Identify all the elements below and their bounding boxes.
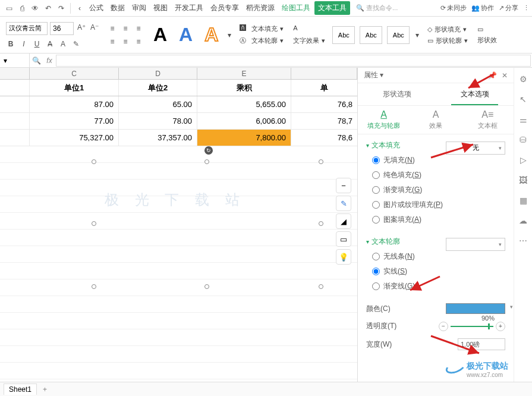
section-title-outline[interactable]: 文本轮廓: [366, 237, 400, 247]
undo-icon[interactable]: ↶: [43, 3, 53, 14]
more-icon[interactable]: ⋮: [523, 4, 530, 12]
radio-picture-fill[interactable]: 图片或纹理填充(P): [372, 200, 505, 210]
add-sheet-icon[interactable]: +: [39, 385, 51, 394]
fx-icon[interactable]: fx: [43, 56, 56, 65]
radio-solid-line[interactable]: 实线(S): [372, 266, 505, 276]
sync-status[interactable]: ⟳ 未同步: [440, 4, 467, 12]
cell[interactable]: 78,6: [291, 130, 357, 146]
col-c[interactable]: C: [30, 68, 119, 79]
cell[interactable]: 78,7: [291, 113, 357, 129]
wordart-more-icon[interactable]: ▾: [224, 30, 235, 40]
preview-icon[interactable]: 👁: [30, 3, 40, 14]
subtab-fill-outline[interactable]: A 填充与轮廓: [358, 106, 410, 134]
bold-button[interactable]: B: [6, 40, 15, 48]
radio-pattern-fill[interactable]: 图案填充(A): [372, 215, 505, 225]
spreadsheet-grid[interactable]: C D E 单位1 单位2 乘积 单 87.00 65.00 5,655.00 …: [0, 68, 358, 382]
resize-handle[interactable]: [319, 284, 323, 289]
col-blank[interactable]: [0, 68, 30, 79]
font-size-select[interactable]: 36: [50, 22, 74, 35]
side-image-icon[interactable]: 🖼: [518, 175, 528, 186]
col-e[interactable]: E: [197, 68, 291, 79]
menu-drawtools[interactable]: 绘图工具: [279, 1, 313, 15]
align-center-icon[interactable]: ≡: [120, 36, 131, 47]
col-d[interactable]: D: [119, 68, 197, 79]
cell[interactable]: 65.00: [119, 96, 197, 112]
opacity-slider[interactable]: − 90% +: [439, 322, 505, 331]
menu-texttools[interactable]: 文本工具: [314, 1, 350, 15]
align-top-icon[interactable]: ≡: [107, 23, 118, 34]
side-sliders-icon[interactable]: ⚌: [518, 114, 528, 125]
bulb-tool-icon[interactable]: 💡: [336, 249, 351, 265]
menu-devtools[interactable]: 开发工具: [172, 1, 206, 15]
pen-tool-icon[interactable]: ✎: [336, 196, 351, 211]
shape-effect-button[interactable]: ▭: [477, 26, 497, 33]
selected-shape[interactable]: ↻ 极 光 下 载 站: [94, 162, 321, 287]
text-fill-button[interactable]: 🅰文本填充 ▾: [240, 24, 284, 34]
row-head[interactable]: [0, 113, 30, 129]
resize-handle[interactable]: [204, 159, 209, 164]
share-button[interactable]: ↗ 分享: [499, 4, 518, 12]
color-swatch[interactable]: [446, 303, 505, 314]
zoom-icon[interactable]: 🔍: [30, 56, 43, 65]
radio-solid-fill[interactable]: 纯色填充(S): [372, 170, 505, 180]
resize-handle[interactable]: [204, 284, 209, 289]
command-search[interactable]: 🔍 查找命令...: [350, 4, 440, 12]
cell[interactable]: 75,327.00: [30, 130, 119, 146]
coop-button[interactable]: 👥 协作: [471, 4, 494, 12]
rect-tool-icon[interactable]: ▭: [336, 231, 351, 247]
shape-style-1[interactable]: Abc: [332, 26, 355, 44]
resize-handle[interactable]: [319, 221, 323, 226]
width-input[interactable]: 1.00磅: [458, 338, 505, 350]
fill-tool-icon[interactable]: ◢: [336, 213, 351, 229]
radio-gradient-fill[interactable]: 渐变填充(G): [372, 185, 505, 195]
resize-handle[interactable]: [92, 284, 96, 289]
menu-formula[interactable]: 公式: [86, 1, 106, 15]
shape-style-more-icon[interactable]: ▾: [412, 30, 423, 40]
menu-view[interactable]: 视图: [150, 1, 171, 15]
pin-icon[interactable]: 📌: [488, 71, 497, 80]
cell-highlighted[interactable]: 7,800.00: [197, 130, 291, 146]
shape-outline-button[interactable]: ▭形状轮廓 ▾: [427, 36, 468, 45]
subtab-effect[interactable]: A 效果: [410, 106, 461, 134]
row-head[interactable]: [0, 96, 30, 112]
radio-gradient-line[interactable]: 渐变线(G): [372, 281, 505, 291]
align-left-icon[interactable]: ≡: [107, 36, 118, 47]
text-effect-button[interactable]: A: [293, 24, 325, 34]
cell[interactable]: 6,006.00: [197, 113, 291, 129]
print-icon[interactable]: ⎙: [17, 3, 27, 14]
cell[interactable]: 37,357.00: [119, 130, 197, 146]
resize-handle[interactable]: [319, 159, 323, 164]
menu-vip[interactable]: 会员专享: [207, 1, 242, 15]
menu-resources[interactable]: 稻壳资源: [243, 1, 278, 15]
side-more-icon[interactable]: ⋯: [518, 235, 528, 246]
fill-preset-select[interactable]: 无: [446, 142, 505, 155]
font-name-select[interactable]: 汉仪青云简: [6, 22, 48, 35]
close-icon[interactable]: ✕: [502, 71, 508, 80]
sheet-tab[interactable]: Sheet1: [4, 384, 37, 395]
side-cloud-icon[interactable]: ☁: [518, 215, 528, 226]
shape-style-3[interactable]: Abc: [387, 26, 410, 44]
formula-input[interactable]: [56, 55, 531, 67]
side-gear-icon[interactable]: ⚙: [518, 74, 528, 84]
shape-fill-button[interactable]: ◇形状填充 ▾: [427, 25, 468, 34]
row-head[interactable]: [0, 130, 30, 146]
section-title-fill[interactable]: 文本填充: [366, 140, 400, 150]
rotate-handle-icon[interactable]: ↻: [204, 146, 213, 155]
wordart-preset-2[interactable]: A: [173, 24, 199, 46]
side-grid-icon[interactable]: ▦: [518, 195, 528, 206]
menu-review[interactable]: 审阅: [129, 1, 149, 15]
radio-no-fill[interactable]: 无填充(N): [372, 155, 505, 165]
cell[interactable]: 5,655.00: [197, 96, 291, 112]
cell[interactable]: 87.00: [30, 96, 119, 112]
text-outline-button[interactable]: Ⓐ文本轮廓 ▾: [240, 36, 284, 46]
name-box[interactable]: ▾: [0, 54, 30, 67]
align-right-icon[interactable]: ≡: [133, 36, 144, 47]
strike-button[interactable]: A̶: [45, 40, 55, 48]
resize-handle[interactable]: [92, 159, 96, 164]
col-partial[interactable]: [291, 68, 357, 79]
resize-handle[interactable]: [92, 221, 96, 226]
subtab-textbox[interactable]: A≡ 文本框: [462, 106, 514, 134]
menu-data[interactable]: 数据: [108, 1, 128, 15]
align-mid-icon[interactable]: ≡: [120, 23, 131, 34]
slider-track[interactable]: [451, 326, 493, 327]
